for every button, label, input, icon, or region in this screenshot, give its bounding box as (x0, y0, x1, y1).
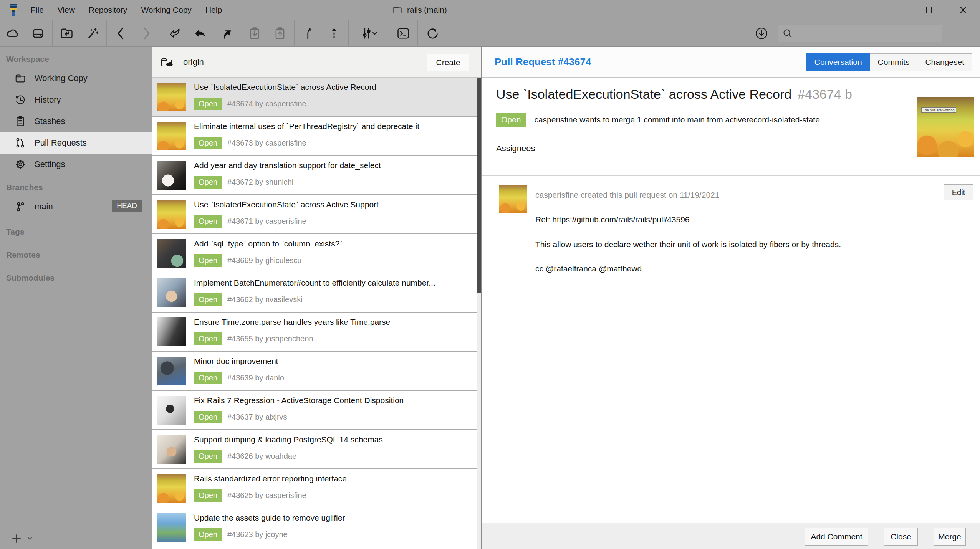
pull-request-row[interactable]: Fix Rails 7 Regression - ActiveStorage C… (152, 391, 481, 430)
avatar (157, 396, 186, 425)
menu-repository[interactable]: Repository (83, 3, 132, 17)
pull-request-row[interactable]: Update the assets guide to remove uglifi… (152, 508, 481, 547)
forward-button[interactable] (134, 20, 159, 47)
sidebar-item-working-copy[interactable]: Working Copy (0, 68, 152, 89)
create-branch-button[interactable] (296, 20, 321, 47)
close-button[interactable] (946, 0, 980, 20)
comment-line: cc @rafaelfranca @matthewd (535, 264, 642, 273)
pull-request-row[interactable]: Support dumping & loading PostgreSQL 14 … (152, 430, 481, 469)
pr-title: Minor doc improvement (194, 357, 473, 366)
terminal-button[interactable] (391, 20, 416, 47)
stash-button[interactable] (242, 20, 267, 47)
pull-request-row[interactable]: Use `IsolatedExecutionState` across Acti… (152, 195, 481, 234)
avatar (157, 83, 186, 111)
avatar-caption: The pills are working (921, 107, 956, 113)
comment-card: casperisfine created this pull request o… (482, 175, 980, 281)
pull-request-row[interactable]: Ensure Time.zone.parse handles years lik… (152, 313, 481, 352)
cherry-pick-button[interactable] (321, 20, 347, 47)
status-badge: Open (194, 332, 222, 345)
merge-button[interactable]: Merge (934, 528, 966, 546)
branch-icon (15, 201, 26, 212)
main-area: Workspace Working Copy History (0, 47, 980, 549)
tab-commits[interactable]: Commits (870, 53, 918, 71)
status-badge: Open (194, 489, 222, 502)
cloud-button[interactable] (0, 20, 25, 47)
pull-request-row[interactable]: Minor doc improvement Open#43639 by danl… (152, 352, 481, 391)
menu-help[interactable]: Help (200, 3, 227, 17)
sidebar-item-stashes[interactable]: Stashes (0, 111, 152, 132)
avatar (157, 278, 186, 307)
sidebar-footer (11, 533, 34, 544)
pr-meta: #43655 by joshpencheon (227, 334, 313, 343)
window-title-text: rails (main) (407, 5, 447, 15)
scrollbar-thumb[interactable] (477, 78, 481, 293)
app-window: File View Repository Working Copy Help r… (0, 0, 980, 549)
pr-meta: #43662 by nvasilevski (227, 295, 303, 304)
window-controls (879, 0, 980, 20)
pull-request-row[interactable]: Add year and day translation support for… (152, 156, 481, 195)
status-badge: Open (194, 254, 222, 267)
tab-changeset[interactable]: Changeset (917, 53, 972, 71)
avatar (157, 200, 186, 229)
menu-bar: File View Repository Working Copy Help (25, 3, 227, 17)
sidebar-item-history[interactable]: History (0, 89, 152, 111)
list-scrollbar[interactable] (477, 78, 481, 549)
menu-file[interactable]: File (25, 3, 49, 17)
drive-icon (31, 26, 45, 40)
status-badge: Open (496, 113, 526, 127)
pull-request-row[interactable]: Add `sql_type` option to `column_exists?… (152, 234, 481, 273)
toolbar-separator (389, 20, 389, 47)
pull-button[interactable] (188, 20, 213, 47)
toolbar-separator (417, 20, 418, 47)
sidebar-item-settings[interactable]: Settings (0, 154, 152, 175)
cloud-icon (6, 26, 20, 40)
remotes-section-header[interactable]: Remotes (0, 240, 152, 263)
download-icon[interactable] (755, 27, 768, 40)
compare-branches-icon (359, 26, 378, 40)
quick-launch-button[interactable] (79, 20, 105, 47)
refresh-button[interactable] (419, 20, 445, 47)
pull-request-row[interactable]: Eliminate internal uses of `PerThreadReg… (152, 117, 481, 156)
drive-button[interactable] (25, 20, 51, 47)
pull-request-row[interactable]: Use `IsolatedExecutionState` across Acti… (152, 78, 481, 117)
close-pr-button[interactable]: Close (884, 528, 918, 546)
sidebar-item-pull-requests[interactable]: Pull Requests (0, 132, 152, 154)
menu-view[interactable]: View (52, 3, 80, 17)
sidebar-item-branch-main[interactable]: main HEAD (0, 196, 152, 217)
pr-title: Use `IsolatedExecutionState` across Acti… (194, 200, 473, 209)
chevron-down-icon[interactable] (26, 535, 34, 542)
tags-section-header[interactable]: Tags (0, 217, 152, 240)
avatar (157, 122, 186, 150)
create-button[interactable]: Create (427, 54, 469, 71)
submodules-section-header[interactable]: Submodules (0, 263, 152, 286)
add-repository-icon[interactable] (11, 533, 22, 544)
branches-section-header[interactable]: Branches (0, 175, 152, 196)
author-avatar-large: The pills are working (917, 97, 974, 157)
pr-meta: #43637 by alxjrvs (227, 413, 287, 422)
assignees-row: Assignees — (496, 144, 560, 154)
pop-stash-button[interactable] (267, 20, 293, 47)
pr-meta: #43623 by jcoyne (227, 530, 288, 539)
minimize-icon (891, 6, 900, 14)
maximize-button[interactable] (912, 0, 946, 20)
add-comment-button[interactable]: Add Comment (805, 528, 868, 546)
sidebar-item-label: Settings (35, 159, 65, 169)
search-input[interactable] (778, 25, 942, 42)
open-repo-icon (60, 26, 74, 40)
edit-button[interactable]: Edit (944, 184, 973, 200)
gear-icon (15, 159, 26, 170)
push-button[interactable] (213, 20, 238, 47)
fetch-button[interactable] (162, 20, 188, 47)
pr-title: Implement BatchEnumerator#count to effic… (194, 278, 473, 288)
status-badge: Open (194, 215, 222, 228)
compare-branches-button[interactable] (350, 20, 387, 47)
back-button[interactable] (108, 20, 134, 47)
toolbar-separator (348, 20, 349, 47)
status-badge: Open (194, 372, 222, 384)
pull-request-row[interactable]: Rails standardized error reporting inter… (152, 469, 481, 508)
open-repo-button[interactable] (54, 20, 79, 47)
menu-working-copy[interactable]: Working Copy (136, 3, 197, 17)
pull-request-row[interactable]: Implement BatchEnumerator#count to effic… (152, 273, 481, 313)
minimize-button[interactable] (879, 0, 912, 20)
tab-conversation[interactable]: Conversation (806, 53, 870, 71)
